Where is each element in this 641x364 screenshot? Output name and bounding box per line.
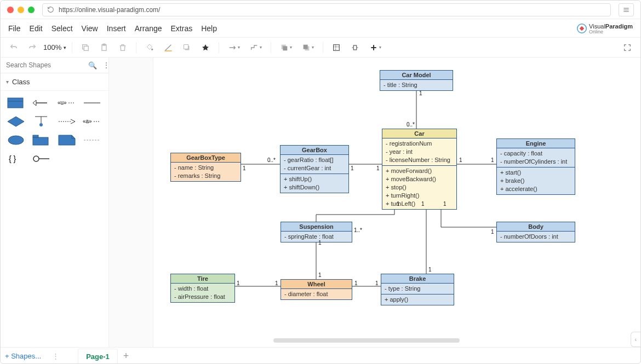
category-class[interactable]: Class bbox=[1, 73, 108, 91]
menu-edit[interactable]: Edit bbox=[30, 24, 43, 33]
svg-rect-17 bbox=[334, 44, 340, 50]
class-carmodel[interactable]: Car Model - title : String bbox=[380, 70, 453, 91]
menu-select[interactable]: Select bbox=[51, 24, 73, 33]
more-shapes-button[interactable]: + Shapes... bbox=[5, 352, 41, 360]
palette-usage[interactable]: «u» bbox=[57, 96, 77, 109]
svg-rect-14 bbox=[283, 46, 288, 50]
palette-class-shape[interactable] bbox=[6, 96, 26, 109]
to-back-button[interactable]: ▾ bbox=[299, 41, 317, 54]
redo-button[interactable] bbox=[25, 41, 40, 54]
close-window[interactable] bbox=[7, 7, 14, 13]
palette-note[interactable] bbox=[57, 134, 77, 147]
class-car[interactable]: Car - registrationNum - year : int - lic… bbox=[382, 129, 457, 210]
menu-insert[interactable]: Insert bbox=[107, 24, 126, 33]
address-bar[interactable]: https://online.visual-paradigm.com/ bbox=[42, 3, 611, 16]
svg-rect-5 bbox=[84, 46, 89, 50]
svg-point-29 bbox=[39, 123, 43, 126]
palette-ellipse[interactable] bbox=[6, 134, 26, 147]
menu-arrange[interactable]: Arrange bbox=[135, 24, 162, 33]
bottom-bar: + Shapes... ⋮ Page-1 + bbox=[1, 347, 640, 364]
maximize-window[interactable] bbox=[28, 7, 35, 13]
vp-logo-icon bbox=[577, 24, 587, 33]
palette-generalization[interactable] bbox=[31, 96, 51, 109]
browser-menu-button[interactable] bbox=[619, 3, 634, 16]
mult-label: 1 bbox=[243, 165, 246, 171]
fill-color-button[interactable] bbox=[142, 41, 157, 54]
svg-text:«a»: «a» bbox=[83, 118, 92, 124]
fullscreen-button[interactable] bbox=[620, 41, 635, 54]
svg-rect-35 bbox=[33, 135, 38, 137]
svg-text:«u»: «u» bbox=[58, 100, 67, 106]
minimize-window[interactable] bbox=[18, 7, 24, 13]
delete-button[interactable] bbox=[115, 41, 130, 54]
diagram-canvas[interactable]: Car Model - title : String Car - registr… bbox=[153, 57, 640, 347]
mult-label: 0..* bbox=[267, 157, 276, 163]
waypoint-button[interactable]: ▾ bbox=[247, 41, 265, 54]
palette-association[interactable] bbox=[82, 96, 102, 109]
toolbar: 100%▾ ▾ ▾ ▾ ▾ ▾ bbox=[1, 38, 640, 57]
mult-label: 1 bbox=[459, 157, 462, 163]
mult-label: 1..* bbox=[354, 227, 362, 233]
style-button[interactable] bbox=[198, 41, 213, 54]
class-tire[interactable]: Tire - width : float - airPressure : flo… bbox=[170, 274, 235, 303]
mult-label: 1 bbox=[428, 267, 432, 273]
menu-extras[interactable]: Extras bbox=[171, 24, 193, 33]
connection-button[interactable]: ▾ bbox=[225, 41, 243, 54]
palette-dependency[interactable] bbox=[57, 115, 77, 128]
palette-diamond[interactable] bbox=[6, 115, 26, 128]
line-color-button[interactable] bbox=[161, 41, 176, 54]
svg-rect-18 bbox=[354, 45, 357, 50]
shadow-button[interactable] bbox=[179, 41, 194, 54]
undo-button[interactable] bbox=[6, 41, 21, 54]
palette-dashed-line[interactable] bbox=[82, 134, 102, 147]
svg-rect-21 bbox=[8, 98, 23, 108]
page-menu-icon[interactable]: ⋮ bbox=[52, 352, 59, 360]
palette-interface[interactable] bbox=[31, 115, 51, 128]
menu-file[interactable]: File bbox=[8, 24, 21, 33]
svg-rect-16 bbox=[304, 44, 308, 49]
add-page-button[interactable]: + bbox=[123, 350, 129, 362]
menu-bar: File Edit Select View Insert Arrange Ext… bbox=[1, 19, 640, 38]
class-gearbox[interactable]: GearBox - gearRatio : float[] - currentG… bbox=[280, 145, 349, 193]
mult-label: 1 bbox=[351, 165, 354, 171]
page-tab-1[interactable]: Page-1 bbox=[78, 349, 118, 364]
mult-label: 1 bbox=[354, 280, 358, 286]
mult-label: 1 bbox=[419, 90, 422, 96]
collapse-panel-button[interactable]: ‹ bbox=[631, 332, 640, 347]
class-body[interactable]: Body - numberOfDoors : int bbox=[496, 222, 575, 242]
class-suspension[interactable]: Suspension - springRate : float bbox=[281, 222, 352, 242]
copy-button[interactable] bbox=[78, 41, 93, 54]
palette-package[interactable] bbox=[31, 134, 51, 147]
class-wheel[interactable]: Wheel - diameter : float bbox=[281, 279, 352, 300]
horizontal-scrollbar[interactable] bbox=[273, 338, 460, 343]
class-brake[interactable]: Brake - type : String + apply() bbox=[381, 274, 454, 305]
palette-lollipop[interactable] bbox=[31, 152, 51, 165]
paste-button[interactable] bbox=[96, 41, 112, 54]
svg-rect-34 bbox=[33, 137, 48, 145]
window-controls bbox=[7, 7, 35, 13]
class-gearboxtype[interactable]: GearBoxType - name : String - remarks : … bbox=[170, 153, 241, 182]
insert-button[interactable]: ▾ bbox=[366, 41, 385, 54]
palette-constraint[interactable]: { } bbox=[6, 152, 26, 165]
svg-rect-11 bbox=[184, 44, 188, 49]
to-front-button[interactable]: ▾ bbox=[277, 41, 295, 54]
menu-view[interactable]: View bbox=[82, 24, 98, 33]
autosize-button[interactable] bbox=[347, 41, 363, 54]
mult-label: 1 bbox=[275, 280, 278, 286]
mult-label: 1 bbox=[376, 165, 380, 171]
canvas-area[interactable]: Car Model - title : String Car - registr… bbox=[109, 57, 640, 347]
search-icon[interactable]: 🔍 bbox=[88, 61, 97, 70]
mult-label: 1 bbox=[491, 229, 494, 235]
mult-label: 1 bbox=[397, 201, 400, 207]
shape-palette: «u» «a» { } bbox=[1, 91, 108, 171]
search-shapes-input[interactable] bbox=[6, 61, 88, 69]
brand-logo: VisualParadigmOnline bbox=[577, 23, 633, 34]
svg-point-33 bbox=[8, 136, 24, 145]
svg-text:{ }: { } bbox=[9, 154, 16, 163]
zoom-dropdown[interactable]: 100%▾ bbox=[43, 43, 66, 51]
menu-help[interactable]: Help bbox=[201, 24, 217, 33]
mult-label: 1 bbox=[375, 280, 379, 286]
fit-button[interactable] bbox=[329, 41, 344, 54]
palette-abstraction[interactable]: «a» bbox=[82, 115, 102, 128]
class-engine[interactable]: Engine - capacity : float - numberOfCyli… bbox=[496, 138, 575, 195]
